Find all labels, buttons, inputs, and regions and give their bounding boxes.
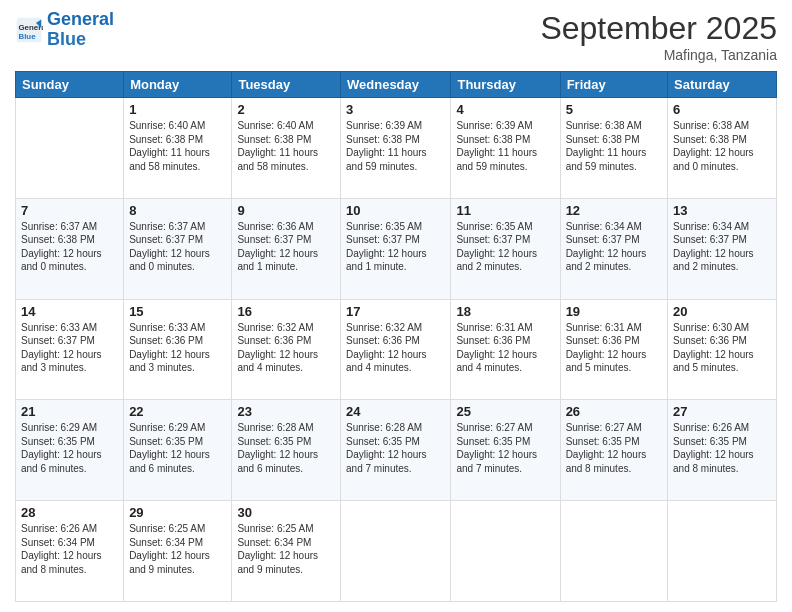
calendar-cell: 21Sunrise: 6:29 AM Sunset: 6:35 PM Dayli… [16, 400, 124, 501]
day-content: Sunrise: 6:35 AM Sunset: 6:37 PM Dayligh… [346, 220, 445, 274]
day-number: 16 [237, 304, 335, 319]
calendar-cell: 9Sunrise: 6:36 AM Sunset: 6:37 PM Daylig… [232, 198, 341, 299]
calendar-week-1: 1Sunrise: 6:40 AM Sunset: 6:38 PM Daylig… [16, 98, 777, 199]
day-content: Sunrise: 6:29 AM Sunset: 6:35 PM Dayligh… [129, 421, 226, 475]
day-number: 10 [346, 203, 445, 218]
logo-blue: Blue [47, 29, 86, 49]
calendar-cell: 29Sunrise: 6:25 AM Sunset: 6:34 PM Dayli… [124, 501, 232, 602]
logo-icon: General Blue [15, 16, 43, 44]
day-number: 8 [129, 203, 226, 218]
calendar-cell: 20Sunrise: 6:30 AM Sunset: 6:36 PM Dayli… [668, 299, 777, 400]
day-number: 27 [673, 404, 771, 419]
calendar-cell: 14Sunrise: 6:33 AM Sunset: 6:37 PM Dayli… [16, 299, 124, 400]
calendar-week-3: 14Sunrise: 6:33 AM Sunset: 6:37 PM Dayli… [16, 299, 777, 400]
calendar-cell: 25Sunrise: 6:27 AM Sunset: 6:35 PM Dayli… [451, 400, 560, 501]
day-number: 29 [129, 505, 226, 520]
location: Mafinga, Tanzania [540, 47, 777, 63]
day-content: Sunrise: 6:29 AM Sunset: 6:35 PM Dayligh… [21, 421, 118, 475]
day-content: Sunrise: 6:38 AM Sunset: 6:38 PM Dayligh… [673, 119, 771, 173]
day-content: Sunrise: 6:34 AM Sunset: 6:37 PM Dayligh… [566, 220, 662, 274]
day-content: Sunrise: 6:38 AM Sunset: 6:38 PM Dayligh… [566, 119, 662, 173]
day-content: Sunrise: 6:33 AM Sunset: 6:37 PM Dayligh… [21, 321, 118, 375]
day-content: Sunrise: 6:40 AM Sunset: 6:38 PM Dayligh… [237, 119, 335, 173]
day-content: Sunrise: 6:39 AM Sunset: 6:38 PM Dayligh… [456, 119, 554, 173]
calendar-cell: 13Sunrise: 6:34 AM Sunset: 6:37 PM Dayli… [668, 198, 777, 299]
calendar-cell: 5Sunrise: 6:38 AM Sunset: 6:38 PM Daylig… [560, 98, 667, 199]
day-number: 22 [129, 404, 226, 419]
calendar-week-2: 7Sunrise: 6:37 AM Sunset: 6:38 PM Daylig… [16, 198, 777, 299]
day-content: Sunrise: 6:36 AM Sunset: 6:37 PM Dayligh… [237, 220, 335, 274]
day-content: Sunrise: 6:26 AM Sunset: 6:35 PM Dayligh… [673, 421, 771, 475]
calendar-cell: 19Sunrise: 6:31 AM Sunset: 6:36 PM Dayli… [560, 299, 667, 400]
day-number: 25 [456, 404, 554, 419]
day-number: 6 [673, 102, 771, 117]
day-number: 13 [673, 203, 771, 218]
day-content: Sunrise: 6:25 AM Sunset: 6:34 PM Dayligh… [129, 522, 226, 576]
day-number: 2 [237, 102, 335, 117]
day-number: 14 [21, 304, 118, 319]
calendar-cell: 7Sunrise: 6:37 AM Sunset: 6:38 PM Daylig… [16, 198, 124, 299]
calendar-cell [16, 98, 124, 199]
calendar-header-row: SundayMondayTuesdayWednesdayThursdayFrid… [16, 72, 777, 98]
day-content: Sunrise: 6:30 AM Sunset: 6:36 PM Dayligh… [673, 321, 771, 375]
col-header-sunday: Sunday [16, 72, 124, 98]
day-number: 4 [456, 102, 554, 117]
calendar-cell: 2Sunrise: 6:40 AM Sunset: 6:38 PM Daylig… [232, 98, 341, 199]
calendar-week-5: 28Sunrise: 6:26 AM Sunset: 6:34 PM Dayli… [16, 501, 777, 602]
day-number: 3 [346, 102, 445, 117]
col-header-saturday: Saturday [668, 72, 777, 98]
day-content: Sunrise: 6:37 AM Sunset: 6:37 PM Dayligh… [129, 220, 226, 274]
calendar-cell [451, 501, 560, 602]
calendar-cell: 28Sunrise: 6:26 AM Sunset: 6:34 PM Dayli… [16, 501, 124, 602]
day-number: 26 [566, 404, 662, 419]
day-number: 20 [673, 304, 771, 319]
day-number: 7 [21, 203, 118, 218]
day-content: Sunrise: 6:31 AM Sunset: 6:36 PM Dayligh… [566, 321, 662, 375]
calendar-cell: 26Sunrise: 6:27 AM Sunset: 6:35 PM Dayli… [560, 400, 667, 501]
calendar-cell: 4Sunrise: 6:39 AM Sunset: 6:38 PM Daylig… [451, 98, 560, 199]
calendar-table: SundayMondayTuesdayWednesdayThursdayFrid… [15, 71, 777, 602]
calendar-week-4: 21Sunrise: 6:29 AM Sunset: 6:35 PM Dayli… [16, 400, 777, 501]
day-content: Sunrise: 6:28 AM Sunset: 6:35 PM Dayligh… [346, 421, 445, 475]
calendar-cell [560, 501, 667, 602]
day-content: Sunrise: 6:27 AM Sunset: 6:35 PM Dayligh… [566, 421, 662, 475]
col-header-thursday: Thursday [451, 72, 560, 98]
calendar-cell: 10Sunrise: 6:35 AM Sunset: 6:37 PM Dayli… [341, 198, 451, 299]
header: General Blue General Blue September 2025… [15, 10, 777, 63]
day-content: Sunrise: 6:28 AM Sunset: 6:35 PM Dayligh… [237, 421, 335, 475]
day-number: 5 [566, 102, 662, 117]
calendar-cell: 27Sunrise: 6:26 AM Sunset: 6:35 PM Dayli… [668, 400, 777, 501]
col-header-friday: Friday [560, 72, 667, 98]
day-number: 12 [566, 203, 662, 218]
title-block: September 2025 Mafinga, Tanzania [540, 10, 777, 63]
day-number: 1 [129, 102, 226, 117]
logo-general: General [47, 9, 114, 29]
day-content: Sunrise: 6:40 AM Sunset: 6:38 PM Dayligh… [129, 119, 226, 173]
calendar-cell: 24Sunrise: 6:28 AM Sunset: 6:35 PM Dayli… [341, 400, 451, 501]
page: General Blue General Blue September 2025… [0, 0, 792, 612]
col-header-tuesday: Tuesday [232, 72, 341, 98]
calendar-cell: 17Sunrise: 6:32 AM Sunset: 6:36 PM Dayli… [341, 299, 451, 400]
day-number: 18 [456, 304, 554, 319]
day-content: Sunrise: 6:34 AM Sunset: 6:37 PM Dayligh… [673, 220, 771, 274]
day-content: Sunrise: 6:35 AM Sunset: 6:37 PM Dayligh… [456, 220, 554, 274]
day-content: Sunrise: 6:33 AM Sunset: 6:36 PM Dayligh… [129, 321, 226, 375]
day-content: Sunrise: 6:39 AM Sunset: 6:38 PM Dayligh… [346, 119, 445, 173]
calendar-cell: 6Sunrise: 6:38 AM Sunset: 6:38 PM Daylig… [668, 98, 777, 199]
calendar-cell [341, 501, 451, 602]
month-title: September 2025 [540, 10, 777, 47]
logo: General Blue General Blue [15, 10, 114, 50]
svg-text:Blue: Blue [19, 32, 37, 41]
day-number: 21 [21, 404, 118, 419]
day-content: Sunrise: 6:26 AM Sunset: 6:34 PM Dayligh… [21, 522, 118, 576]
day-content: Sunrise: 6:27 AM Sunset: 6:35 PM Dayligh… [456, 421, 554, 475]
day-content: Sunrise: 6:25 AM Sunset: 6:34 PM Dayligh… [237, 522, 335, 576]
day-number: 24 [346, 404, 445, 419]
day-number: 30 [237, 505, 335, 520]
day-number: 19 [566, 304, 662, 319]
calendar-cell: 16Sunrise: 6:32 AM Sunset: 6:36 PM Dayli… [232, 299, 341, 400]
day-content: Sunrise: 6:32 AM Sunset: 6:36 PM Dayligh… [237, 321, 335, 375]
calendar-cell: 23Sunrise: 6:28 AM Sunset: 6:35 PM Dayli… [232, 400, 341, 501]
day-number: 17 [346, 304, 445, 319]
calendar-cell: 15Sunrise: 6:33 AM Sunset: 6:36 PM Dayli… [124, 299, 232, 400]
